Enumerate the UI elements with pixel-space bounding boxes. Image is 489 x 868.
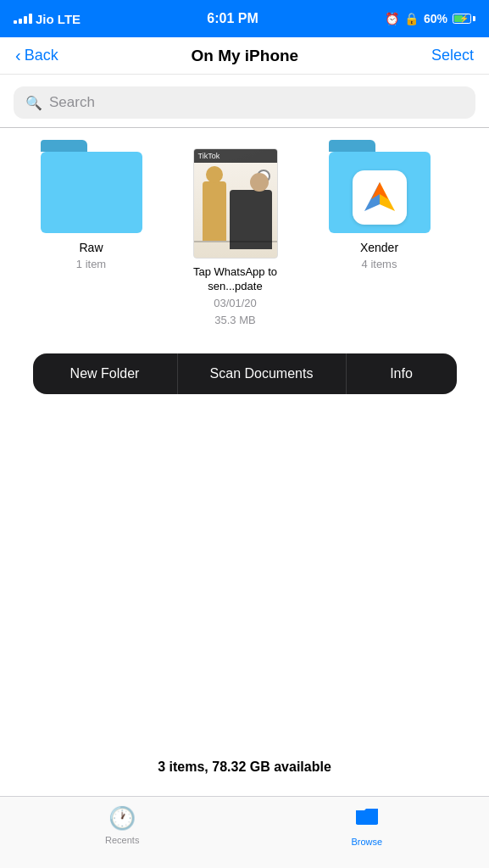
back-label: Back xyxy=(25,47,58,64)
signal-bars xyxy=(14,14,32,24)
back-button[interactable]: ‹ Back xyxy=(15,46,58,65)
file-name-xender: Xender xyxy=(360,240,398,255)
charging-bolt: ⚡ xyxy=(459,14,469,23)
status-left: Jio LTE xyxy=(14,12,81,26)
recents-icon: 🕐 xyxy=(108,805,136,832)
file-name-whatsapp: Tap WhatsApp to sen...pdate xyxy=(168,265,303,294)
file-item-raw[interactable]: Raw 1 item xyxy=(17,148,165,272)
folder-icon-raw xyxy=(41,148,142,233)
tab-browse-label: Browse xyxy=(351,837,382,847)
xender-app-icon xyxy=(353,170,407,225)
file-item-whatsapp[interactable]: TikTok Tap WhatsApp to sen...pdate 03/01… xyxy=(165,148,305,328)
scan-documents-button[interactable]: Scan Documents xyxy=(177,353,347,394)
tab-recents-label: Recents xyxy=(105,835,139,845)
file-name-raw: Raw xyxy=(79,240,103,255)
browse-folder-svg xyxy=(354,805,380,827)
status-right: ⏰ 🔒 60% ⚡ xyxy=(385,12,475,25)
new-folder-button[interactable]: New Folder xyxy=(33,353,177,394)
tab-bar: 🕐 Recents Browse xyxy=(0,796,489,868)
storage-text: 3 items, 78.32 GB available xyxy=(158,760,331,774)
file-meta-xender: 4 items xyxy=(362,257,397,272)
file-meta-whatsapp-size: 35.3 MB xyxy=(214,313,255,328)
file-item-xender[interactable]: Xender 4 items xyxy=(305,148,453,272)
file-meta-whatsapp-date: 03/01/20 xyxy=(214,296,257,311)
status-time: 6:01 PM xyxy=(207,11,258,26)
tab-browse[interactable]: Browse xyxy=(245,805,490,847)
nav-bar: ‹ Back On My iPhone Select xyxy=(0,37,489,75)
folder-icon-xender xyxy=(329,148,431,233)
rotation-lock-icon: 🔒 xyxy=(404,12,419,25)
file-grid: Raw 1 item TikTok Tap WhatsApp to sen...… xyxy=(0,128,489,345)
page-title: On My iPhone xyxy=(191,47,298,65)
search-bar[interactable]: 🔍 Search xyxy=(14,86,475,119)
alarm-icon: ⏰ xyxy=(385,12,399,25)
svg-rect-3 xyxy=(356,813,378,825)
tiktok-bar: TikTok xyxy=(194,149,277,163)
status-bar: Jio LTE 6:01 PM ⏰ 🔒 60% ⚡ xyxy=(0,0,489,37)
battery-icon: ⚡ xyxy=(453,14,475,24)
back-chevron-icon: ‹ xyxy=(15,46,21,65)
action-bar: New Folder Scan Documents Info xyxy=(33,353,457,394)
action-bar-container: New Folder Scan Documents Info xyxy=(0,345,489,394)
file-meta-raw: 1 item xyxy=(76,257,106,272)
browse-icon xyxy=(354,805,380,833)
signal-bar-1 xyxy=(14,20,17,24)
svg-marker-1 xyxy=(364,182,380,211)
signal-bar-2 xyxy=(19,19,22,24)
search-input[interactable]: Search xyxy=(49,94,95,111)
tab-recents[interactable]: 🕐 Recents xyxy=(0,805,245,845)
search-icon: 🔍 xyxy=(25,95,42,111)
signal-bar-3 xyxy=(24,16,27,24)
search-container: 🔍 Search xyxy=(0,75,489,127)
info-button[interactable]: Info xyxy=(347,353,457,394)
xender-logo-svg xyxy=(361,179,398,216)
battery-percent: 60% xyxy=(424,12,447,25)
select-button[interactable]: Select xyxy=(431,47,474,64)
video-thumbnail: TikTok xyxy=(193,148,278,259)
signal-bar-4 xyxy=(29,14,32,24)
carrier-label: Jio LTE xyxy=(36,12,81,26)
svg-marker-0 xyxy=(380,182,395,211)
storage-info: 3 items, 78.32 GB available xyxy=(0,743,489,792)
